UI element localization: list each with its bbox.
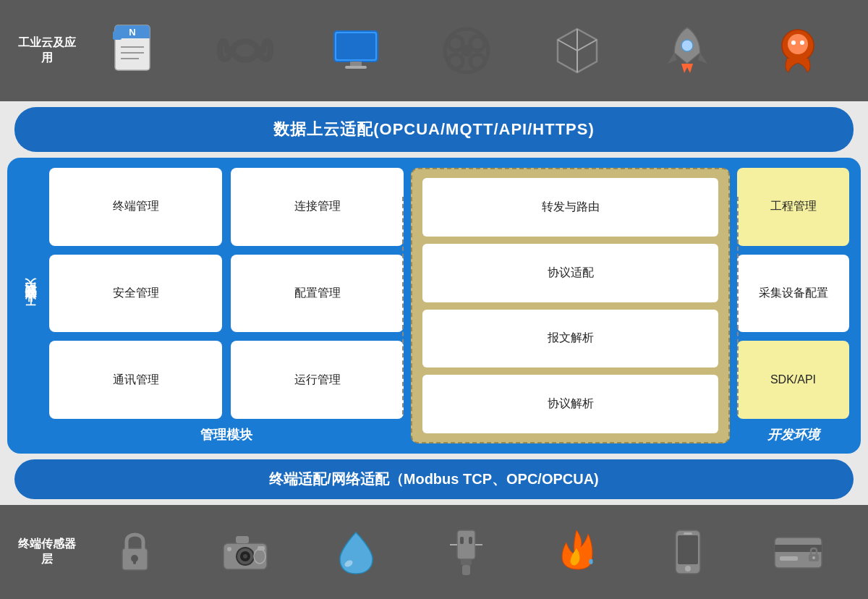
cloud-icon-document: N: [102, 18, 167, 83]
mgmt-box-connection: 连接管理: [231, 168, 404, 246]
dashed-left: [402, 197, 404, 415]
mgmt-box-runtime: 运行管理: [231, 341, 404, 419]
gateway-layer-label: 工业物联网关: [23, 297, 38, 315]
cloud-icon-search: [434, 18, 499, 83]
sensor-icon-plug: [434, 519, 499, 585]
svg-rect-36: [457, 530, 475, 559]
mgmt-box-config: 配置管理: [231, 255, 404, 333]
svg-point-13: [448, 36, 463, 51]
sensor-icon-fire: [545, 519, 610, 585]
management-label: 管理模块: [49, 426, 404, 443]
sensor-layer-label: 终端传感器层: [14, 537, 80, 567]
svg-point-15: [448, 54, 463, 69]
sensor-icon-phone: [655, 519, 720, 585]
svg-rect-46: [684, 532, 692, 535]
dev-env-items: 工程管理 采集设备配置 SDK/API: [737, 168, 849, 419]
mgmt-box-comm: 通讯管理: [49, 341, 222, 419]
svg-rect-7: [113, 31, 122, 40]
sensor-layer-icons: [80, 519, 854, 585]
sensor-icon-card: [765, 519, 830, 585]
core-box-message: 报文解析: [422, 310, 718, 368]
svg-rect-10: [350, 61, 362, 66]
dev-env-label: 开发环境: [737, 426, 849, 443]
cloud-icon-rocket: [655, 18, 720, 83]
svg-rect-37: [461, 559, 472, 565]
core-section: 转发与路由 协议适配 报文解析 协议解析: [411, 168, 730, 443]
svg-point-51: [812, 556, 815, 559]
sensor-icon-camera: [213, 519, 278, 585]
cloud-icon-chain: [213, 18, 278, 83]
cloud-icon-cube: [545, 18, 610, 83]
svg-point-22: [791, 41, 796, 45]
svg-text:N: N: [129, 27, 135, 38]
svg-point-23: [800, 41, 804, 45]
dev-box-device-config: 采集设备配置: [737, 255, 849, 333]
svg-point-21: [788, 34, 808, 54]
svg-point-19: [681, 40, 693, 51]
svg-rect-40: [469, 537, 472, 544]
cloud-icon-app: [765, 18, 830, 83]
core-box-forward: 转发与路由: [422, 178, 718, 237]
cloud-layer-label: 工业云及应用: [14, 35, 80, 66]
dashed-right: [737, 197, 739, 415]
svg-point-45: [685, 566, 691, 572]
dev-env-section: 工程管理 采集设备配置 SDK/API 开发环境: [737, 168, 849, 443]
svg-rect-31: [236, 536, 249, 543]
svg-rect-47: [775, 538, 822, 568]
cloud-icon-screen: [323, 18, 388, 83]
cloud-layer-row: 工业云及应用 N: [0, 0, 868, 101]
dev-box-engineering: 工程管理: [737, 168, 849, 246]
svg-point-33: [227, 547, 231, 551]
svg-point-14: [470, 36, 485, 51]
gateway-layer-label-wrapper: 工业物联网关: [19, 168, 42, 443]
svg-rect-39: [460, 537, 464, 544]
cloud-layer-icons: N: [80, 18, 854, 83]
svg-point-17: [461, 45, 472, 56]
cloud-adapter-banner: 数据上云适配(OPCUA/MQTT/API/HTTPS): [14, 107, 854, 152]
sensor-layer-row: 终端传感器层: [0, 505, 868, 599]
svg-rect-26: [133, 558, 136, 564]
svg-rect-49: [780, 556, 798, 561]
sensor-icon-lock: [102, 519, 167, 585]
management-section: 终端管理 连接管理 安全管理 配置管理 通讯管理 运行管理 管理模块: [49, 168, 404, 443]
management-grid: 终端管理 连接管理 安全管理 配置管理 通讯管理 运行管理: [49, 168, 404, 419]
mgmt-box-security: 安全管理: [49, 255, 222, 333]
svg-point-16: [470, 54, 485, 69]
dev-box-sdk-api: SDK/API: [737, 341, 849, 419]
gateway-layer-row: 工业物联网关 终端管理 连接管理 安全管理 配置管理 通讯管理 运行管理 管理模…: [7, 158, 861, 454]
sensor-icon-rain: [323, 519, 388, 585]
svg-rect-9: [336, 33, 375, 59]
core-box-protocol-adapt: 协议适配: [422, 244, 718, 302]
core-box-protocol-parse: 协议解析: [422, 375, 718, 433]
svg-rect-38: [462, 565, 470, 575]
mgmt-box-terminal: 终端管理: [49, 168, 222, 246]
svg-rect-44: [678, 535, 698, 564]
svg-point-30: [243, 554, 247, 558]
terminal-adapter-banner: 终端适配/网络适配（Modbus TCP、OPC/OPCUA): [14, 459, 854, 499]
svg-rect-11: [345, 66, 367, 69]
svg-rect-32: [258, 546, 265, 551]
